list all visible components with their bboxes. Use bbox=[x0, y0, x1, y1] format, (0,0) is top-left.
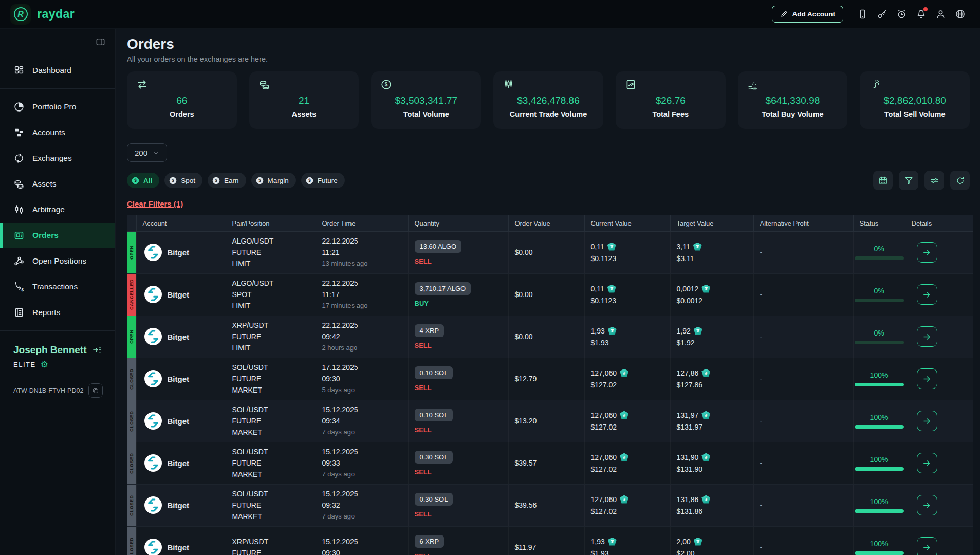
order-details-button[interactable] bbox=[917, 453, 937, 473]
funnel-button[interactable] bbox=[899, 171, 918, 190]
sidebar-item-dashboard[interactable]: Dashboard bbox=[0, 58, 115, 83]
pair-cell: SOL/USDT FUTURE MARKET bbox=[226, 442, 316, 484]
sidebar-item-orders[interactable]: Orders bbox=[0, 223, 115, 248]
current-value-cell: 0,11 ₮ $0.1123 bbox=[584, 231, 670, 273]
user-name[interactable]: Joseph Bennett bbox=[13, 344, 115, 356]
market-type: FUTURE bbox=[232, 457, 316, 469]
target-value-usd: $131.97 bbox=[677, 423, 753, 431]
order-time-cell: 22.12.2025 09:42 2 hours ago bbox=[316, 316, 408, 358]
filter-chip-all[interactable]: $ All bbox=[127, 173, 159, 188]
arrow-right-icon bbox=[922, 416, 932, 426]
refresh-button[interactable] bbox=[950, 171, 970, 190]
sidebar-item-label: Open Positions bbox=[32, 256, 86, 266]
order-state-badge: OPEN bbox=[127, 316, 136, 358]
sidebar-item-label: Transactions bbox=[32, 282, 78, 291]
order-details-button[interactable] bbox=[917, 284, 937, 305]
user-button[interactable] bbox=[931, 5, 950, 24]
stat-label: Total Volume bbox=[380, 110, 472, 118]
pen-icon bbox=[780, 10, 788, 18]
app-shell: Dashboard Portfolio Pro Accounts Exchang… bbox=[0, 29, 980, 555]
quantity-cell: 0.30 SOL SELL bbox=[408, 484, 508, 526]
status-cell: 100% bbox=[853, 442, 905, 484]
page-size-select[interactable]: 200 bbox=[127, 143, 167, 162]
calendar-button[interactable] bbox=[873, 171, 893, 190]
alternative-profit-cell: - bbox=[753, 316, 853, 358]
column-header-order-time: Order Time bbox=[316, 215, 408, 231]
copy-code-button[interactable] bbox=[88, 383, 103, 398]
order-time-ago: 13 minutes ago bbox=[322, 258, 408, 269]
account-cell: Bitget bbox=[136, 231, 226, 273]
order-date: 22.12.2025 bbox=[322, 320, 408, 331]
order-details-button[interactable] bbox=[917, 368, 937, 389]
order-state-badge: CLOSED bbox=[127, 527, 136, 555]
alarm-clock-button[interactable] bbox=[892, 5, 911, 24]
sidebar-collapse-button[interactable] bbox=[93, 34, 108, 49]
column-header-status: Status bbox=[853, 215, 905, 231]
account-cell: Bitget bbox=[136, 273, 226, 316]
chart-doc-icon bbox=[625, 79, 637, 90]
order-row: OPEN Bitget ALGO/USDT FUTURE LIMIT 22.12… bbox=[127, 231, 973, 273]
sidebar-item-exchanges[interactable]: Exchanges bbox=[0, 145, 115, 171]
usdt-icon: ₮ bbox=[701, 495, 710, 504]
account-cell: Bitget bbox=[136, 442, 226, 484]
sliders-button[interactable] bbox=[924, 171, 944, 190]
key-button[interactable] bbox=[872, 5, 892, 24]
filter-chip-label: All bbox=[143, 177, 152, 184]
brand[interactable]: R raydar bbox=[10, 4, 75, 25]
order-details-button[interactable] bbox=[917, 326, 937, 347]
sidebar-item-portfolio-pro[interactable]: Portfolio Pro bbox=[0, 94, 115, 120]
add-account-label: Add Account bbox=[792, 10, 836, 18]
market-filter-chips: $ All $ Spot $ Earn $ Margin $ Future bbox=[127, 173, 345, 188]
filter-chip-future[interactable]: $ Future bbox=[301, 173, 345, 188]
clear-filters-link[interactable]: Clear Filters (1) bbox=[127, 199, 183, 208]
order-details-button[interactable] bbox=[917, 537, 937, 555]
order-details-button[interactable] bbox=[917, 495, 937, 515]
usdt-icon: ₮ bbox=[608, 538, 617, 546]
stat-card-orders: 66 Orders bbox=[127, 71, 237, 129]
sidebar-item-accounts[interactable]: Accounts bbox=[0, 120, 115, 145]
order-value-cell: $12.79 bbox=[508, 358, 584, 400]
coin-dollar-icon: $ bbox=[212, 176, 220, 185]
alternative-profit-cell: - bbox=[753, 231, 853, 273]
reports-icon bbox=[13, 307, 25, 318]
sidebar: Dashboard Portfolio Pro Accounts Exchang… bbox=[0, 29, 116, 555]
gear-icon[interactable]: ⚙ bbox=[41, 360, 49, 369]
sidebar-item-arbitrage[interactable]: Arbitrage bbox=[0, 197, 115, 223]
sidebar-item-reports[interactable]: Reports bbox=[0, 300, 115, 325]
sidebar-item-open-positions[interactable]: Open Positions bbox=[0, 248, 115, 274]
bell-button[interactable] bbox=[911, 5, 931, 24]
order-details-button[interactable] bbox=[917, 411, 937, 431]
copy-icon bbox=[92, 387, 99, 394]
mobile-button[interactable] bbox=[853, 5, 872, 24]
target-value-usd: $1.92 bbox=[677, 339, 753, 347]
quantity-cell: 0.10 SOL SELL bbox=[408, 400, 508, 442]
sidebar-item-assets[interactable]: Assets bbox=[0, 171, 115, 197]
order-time-ago: 17 minutes ago bbox=[322, 300, 408, 311]
refresh-icon bbox=[955, 176, 965, 186]
order-type: MARKET bbox=[232, 384, 316, 396]
progress-bar bbox=[855, 256, 904, 260]
order-row: CLOSED Bitget SOL/USDT FUTURE MARKET 15.… bbox=[127, 400, 973, 442]
filter-chip-margin[interactable]: $ Margin bbox=[251, 173, 296, 188]
sidebar-item-transactions[interactable]: $Transactions bbox=[0, 274, 115, 300]
org-chart-icon bbox=[13, 127, 25, 138]
current-value-usd: $127.02 bbox=[591, 423, 670, 431]
pair-symbol: XRP/USDT bbox=[232, 536, 316, 547]
arrow-right-icon bbox=[922, 332, 932, 342]
target-value-usd: $2.00 bbox=[677, 549, 753, 555]
order-time-cell: 17.12.2025 09:30 5 days ago bbox=[316, 358, 408, 400]
current-value-usd: $0.1123 bbox=[591, 297, 670, 305]
add-account-button[interactable]: Add Account bbox=[772, 6, 844, 23]
filter-chip-spot[interactable]: $ Spot bbox=[164, 173, 202, 188]
quantity-cell: 4 XRP SELL bbox=[408, 316, 508, 358]
arrow-right-icon bbox=[922, 290, 932, 300]
current-value-cell: 127,060 ₮ $127.02 bbox=[584, 442, 670, 484]
quantity-badge: 4 XRP bbox=[415, 324, 445, 337]
order-details-button[interactable] bbox=[917, 242, 937, 263]
filter-chip-earn[interactable]: $ Earn bbox=[208, 173, 246, 188]
account-name: Bitget bbox=[168, 332, 190, 341]
globe-button[interactable] bbox=[950, 5, 970, 24]
market-type: SPOT bbox=[232, 289, 316, 300]
main-content: Orders All your orders on the exchanges … bbox=[116, 29, 980, 555]
target-value-cell: 2,00 ₮ $2.00 bbox=[670, 526, 753, 555]
